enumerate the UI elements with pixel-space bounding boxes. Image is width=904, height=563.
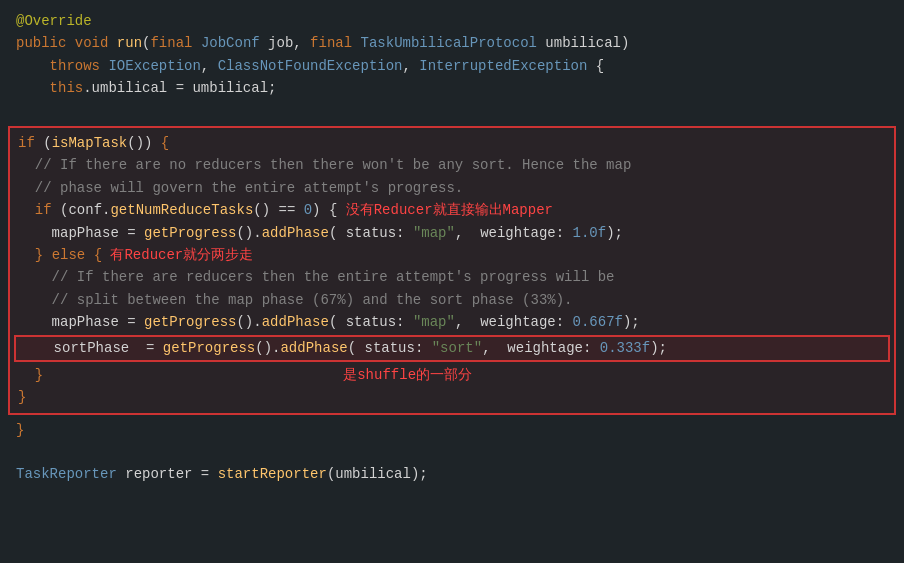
annotation-text: @Override [16, 10, 92, 32]
func-run: run [117, 32, 142, 54]
chinese-comment1: 没有Reducer就直接输出Mapper [346, 199, 553, 221]
func-getprogress1: getProgress [144, 222, 236, 244]
type-classnotfound: ClassNotFoundException [218, 55, 403, 77]
line-comment2: // phase will govern the entire attempt'… [10, 177, 894, 199]
paren-open: ( [142, 32, 150, 54]
chinese-comment3: 是shuffle的一部分 [343, 364, 472, 386]
type-ioexception: IOException [108, 55, 200, 77]
call-getprogress2: (). [236, 311, 261, 333]
type-jobconf: JobConf [201, 32, 260, 54]
close-addphase3: ); [650, 337, 667, 359]
this-umbilical-text [16, 77, 50, 99]
indent-close-else [18, 364, 35, 386]
chinese-comment2: 有Reducer就分两步走 [110, 244, 253, 266]
keyword-if2: if [35, 199, 60, 221]
param-job: job, [260, 32, 310, 54]
func-getnumreduce: getNumReduceTasks [110, 199, 253, 221]
func-addphase3: addPhase [280, 337, 347, 359]
comma-map2: , weightage: [455, 311, 573, 333]
brace-open: { [587, 55, 604, 77]
comma1: , [201, 55, 218, 77]
call-getprogress1: (). [236, 222, 261, 244]
num-0667f: 0.667f [573, 311, 623, 333]
comment1-text: // If there are no reducers then there w… [18, 154, 631, 176]
str-map1: "map" [413, 222, 455, 244]
str-map2: "map" [413, 311, 455, 333]
indent-mapphase2: mapPhase = [18, 311, 144, 333]
indent-sortphase: sortPhase = [20, 337, 163, 359]
line-blank1 [0, 100, 904, 122]
line-comment1: // If there are no reducers then there w… [10, 154, 894, 176]
keyword-final2: final [310, 32, 360, 54]
brace-close-method: } [16, 419, 24, 441]
dot-umbilical: .umbilical = umbilical; [83, 77, 276, 99]
brace-else: { [85, 244, 110, 266]
line-if-conf: if (conf.getNumReduceTasks() == 0) { 没有R… [10, 199, 894, 221]
paren-addphase2: ( status: [329, 311, 413, 333]
comma2: , [403, 55, 420, 77]
line-comment3: // If there are reducers then the entire… [10, 266, 894, 288]
throws-text [16, 55, 50, 77]
call-ismap: ()) [127, 132, 161, 154]
highlight-if-block: if (isMapTask()) { // If there are no re… [8, 126, 896, 415]
keyword-else: else [52, 244, 86, 266]
keyword-void: void [75, 32, 117, 54]
func-getprogress3: getProgress [163, 337, 255, 359]
line-comment4: // split between the map phase (67%) and… [10, 289, 894, 311]
var-reporter: reporter = [117, 463, 218, 485]
line-annotation: @Override [0, 10, 904, 32]
line-close-if1: } [10, 386, 894, 408]
brace-close-if1: } [18, 386, 26, 408]
paren-conf: (conf. [60, 199, 110, 221]
keyword-public: public [16, 32, 75, 54]
keyword-this: this [50, 77, 84, 99]
inner-highlight-sortphase: sortPhase = getProgress().addPhase( stat… [14, 335, 890, 361]
line-method-sig: public void run(final JobConf job, final… [0, 32, 904, 54]
indent-else [18, 244, 35, 266]
comment2-text: // phase will govern the entire attempt'… [18, 177, 463, 199]
param-umbilical: umbilical) [537, 32, 629, 54]
str-sort: "sort" [432, 337, 482, 359]
num-10f: 1.0f [573, 222, 607, 244]
num-0333f: 0.333f [600, 337, 650, 359]
comma-map1: , weightage: [455, 222, 573, 244]
type-interrupted: InterruptedException [419, 55, 587, 77]
line-else: } else { 有Reducer就分两步走 [10, 244, 894, 266]
line-mapphase1: mapPhase = getProgress().addPhase( statu… [10, 222, 894, 244]
func-getprogress2: getProgress [144, 311, 236, 333]
keyword-if1: if [18, 132, 43, 154]
line-blank2 [0, 441, 904, 463]
brace-conf: ) { [312, 199, 346, 221]
call-reporter: (umbilical); [327, 463, 428, 485]
comment3-text: // If there are reducers then the entire… [18, 266, 615, 288]
call-getprogress3: (). [255, 337, 280, 359]
line-reporter: TaskReporter reporter = startReporter(um… [0, 463, 904, 485]
comma-sort: , weightage: [482, 337, 600, 359]
line-close-else: }是shuffle的一部分 [10, 364, 894, 386]
close-addphase1: ); [606, 222, 623, 244]
close-addphase2: ); [623, 311, 640, 333]
paren-addphase3: ( status: [348, 337, 432, 359]
func-addphase1: addPhase [262, 222, 329, 244]
type-umbilical: TaskUmbilicalProtocol [361, 32, 537, 54]
func-ismap: isMapTask [52, 132, 128, 154]
indent-if-conf [18, 199, 35, 221]
paren-addphase1: ( status: [329, 222, 413, 244]
line-this-umbilical: this.umbilical = umbilical; [0, 77, 904, 99]
code-block: @Override public void run(final JobConf … [0, 0, 904, 496]
line-mapphase2: mapPhase = getProgress().addPhase( statu… [10, 311, 894, 333]
line-throws: throws IOException, ClassNotFoundExcepti… [0, 55, 904, 77]
line-sortphase: sortPhase = getProgress().addPhase( stat… [16, 337, 888, 359]
func-startreporter: startReporter [218, 463, 327, 485]
brace-close-else: } [35, 364, 43, 386]
line-if-ismap: if (isMapTask()) { [10, 132, 894, 154]
brace-if1: { [161, 132, 169, 154]
num-zero: 0 [304, 199, 312, 221]
line-close-method: } [0, 419, 904, 441]
call-conf: () == [253, 199, 303, 221]
comment4-text: // split between the map phase (67%) and… [18, 289, 573, 311]
brace-close-if2: } [35, 244, 52, 266]
keyword-final1: final [150, 32, 200, 54]
func-addphase2: addPhase [262, 311, 329, 333]
paren-ismap: ( [43, 132, 51, 154]
